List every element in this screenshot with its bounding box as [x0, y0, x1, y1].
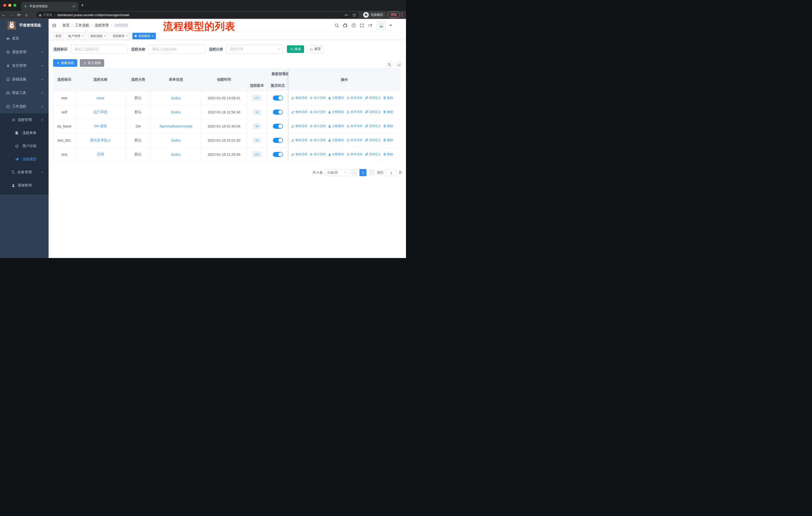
- maximize-window-button[interactable]: [13, 4, 17, 7]
- action-edit-link[interactable]: 修改流程: [291, 138, 307, 142]
- active-toggle[interactable]: [273, 138, 283, 143]
- tag-my-process[interactable]: 我的流程×: [88, 33, 108, 39]
- close-window-button[interactable]: [3, 4, 6, 7]
- help-icon[interactable]: [351, 23, 356, 28]
- create-process-button[interactable]: 新建流程: [53, 59, 77, 67]
- action-definition-link[interactable]: 流程定义: [365, 96, 381, 100]
- breadcrumb-item[interactable]: 首页: [62, 23, 69, 28]
- sidebar-item-system[interactable]: 系统管理: [0, 45, 49, 59]
- action-deploy-link[interactable]: 发布流程: [346, 96, 362, 100]
- form-info-link[interactable]: /bpm/oa/leave/create: [160, 124, 193, 128]
- form-info-link[interactable]: biubiu: [171, 96, 180, 100]
- window-controls[interactable]: [3, 4, 17, 7]
- sidebar-item-home[interactable]: 首页: [0, 32, 49, 45]
- browser-menu-icon[interactable]: [402, 12, 403, 17]
- url-text[interactable]: dashboard.yudao.iocoder.cn/bpm/manager/m…: [57, 13, 341, 17]
- back-icon[interactable]: ←: [0, 12, 7, 17]
- action-delete-link[interactable]: 删除: [383, 110, 393, 114]
- close-icon[interactable]: ×: [82, 34, 84, 37]
- address-bar[interactable]: 不安全 | dashboard.yudao.iocoder.cn/bpm/man…: [36, 11, 359, 18]
- action-edit-link[interactable]: 修改流程: [291, 96, 307, 100]
- tag-tenant[interactable]: 租户管理×: [66, 33, 86, 39]
- process-name-link[interactable]: OA 请假: [94, 124, 107, 129]
- action-design-link[interactable]: 设计流程: [310, 124, 326, 128]
- action-delete-link[interactable]: 删除: [383, 138, 393, 142]
- browser-tab[interactable]: 芋道管理系统 ✕: [21, 2, 79, 11]
- next-page-button[interactable]: ›: [369, 169, 375, 176]
- font-size-icon[interactable]: TT: [368, 23, 373, 28]
- breadcrumb-item[interactable]: 流程管理: [95, 23, 109, 28]
- process-name-link[interactable]: 滔博: [97, 152, 104, 157]
- sidebar-item-devtools[interactable]: 研发工具: [0, 86, 49, 100]
- reload-icon[interactable]: ⟳: [15, 12, 23, 18]
- process-name-input[interactable]: [149, 45, 205, 54]
- active-toggle[interactable]: [273, 124, 283, 129]
- sidebar-item-process-form[interactable]: 流程表单: [0, 127, 49, 140]
- new-tab-button[interactable]: +: [81, 3, 84, 7]
- close-icon[interactable]: ×: [152, 34, 153, 37]
- process-category-select[interactable]: 流程分类: [226, 45, 283, 54]
- current-page-button[interactable]: 1: [359, 169, 367, 176]
- sidebar-item-workflow[interactable]: 工作流程: [0, 100, 49, 113]
- sidebar-item-process-model[interactable]: 流程模型: [0, 153, 49, 166]
- sidebar-item-task-management[interactable]: 任务管理: [0, 166, 49, 179]
- forward-icon[interactable]: →: [7, 12, 15, 17]
- action-delete-link[interactable]: 删除: [383, 96, 393, 100]
- update-button[interactable]: 更新: [388, 11, 400, 18]
- reset-button[interactable]: 重置: [307, 45, 324, 53]
- close-icon[interactable]: ×: [126, 34, 128, 37]
- action-definition-link[interactable]: 流程定义: [365, 110, 381, 114]
- action-definition-link[interactable]: 流程定义: [365, 152, 381, 157]
- action-deploy-link[interactable]: 发布流程: [346, 152, 362, 157]
- sidebar-item-leave-query[interactable]: 请假查询: [0, 179, 49, 192]
- action-design-link[interactable]: 设计流程: [310, 96, 326, 100]
- search-button[interactable]: 搜索: [287, 45, 304, 53]
- action-assign-link[interactable]: 分配规则: [328, 110, 344, 114]
- minimize-window-button[interactable]: [8, 4, 11, 7]
- action-assign-link[interactable]: 分配规则: [328, 138, 344, 142]
- process-name-link[interactable]: 测试多审批人: [90, 138, 111, 143]
- bookmark-star-icon[interactable]: [352, 13, 356, 17]
- action-deploy-link[interactable]: 发布流程: [346, 110, 362, 114]
- page-size-select[interactable]: 10条/页: [325, 169, 349, 176]
- active-toggle[interactable]: [273, 96, 283, 101]
- action-delete-link[interactable]: 删除: [383, 124, 393, 128]
- avatar[interactable]: [377, 21, 386, 30]
- process-name-link[interactable]: 自己审批: [93, 110, 108, 114]
- avatar-caret-icon[interactable]: [389, 25, 392, 26]
- tab-close-icon[interactable]: ✕: [71, 4, 76, 8]
- sidebar-item-process-management[interactable]: 流程管理: [0, 113, 49, 127]
- tag-process-form[interactable]: 流程表单×: [110, 33, 130, 39]
- search-icon[interactable]: [335, 23, 339, 28]
- home-icon[interactable]: ⌂: [23, 12, 30, 17]
- close-icon[interactable]: ×: [104, 34, 106, 37]
- prev-page-button[interactable]: ‹: [351, 169, 357, 176]
- action-edit-link[interactable]: 修改流程: [291, 124, 307, 128]
- action-delete-link[interactable]: 删除: [383, 152, 393, 157]
- action-design-link[interactable]: 设计流程: [310, 138, 326, 142]
- fullscreen-icon[interactable]: [360, 23, 364, 28]
- form-info-link[interactable]: biubiu: [171, 153, 180, 157]
- action-design-link[interactable]: 设计流程: [310, 152, 326, 157]
- action-assign-link[interactable]: 分配规则: [328, 96, 344, 100]
- active-toggle[interactable]: [273, 110, 283, 115]
- action-edit-link[interactable]: 修改流程: [291, 110, 307, 114]
- goto-page-input[interactable]: [386, 169, 397, 176]
- sidebar-item-user-group[interactable]: 用户分组: [0, 140, 49, 153]
- action-definition-link[interactable]: 流程定义: [365, 124, 381, 128]
- process-key-input[interactable]: [71, 45, 127, 54]
- key-icon[interactable]: [344, 13, 349, 17]
- sidebar-fold-icon[interactable]: [52, 23, 56, 28]
- show-search-button[interactable]: [386, 61, 393, 68]
- sidebar-item-infrastructure[interactable]: 基础设施: [0, 73, 49, 86]
- action-edit-link[interactable]: 修改流程: [291, 152, 307, 157]
- sidebar-item-payment[interactable]: ¥ 支付管理: [0, 59, 49, 73]
- process-name-link[interactable]: eeee: [96, 96, 104, 100]
- active-toggle[interactable]: [273, 152, 283, 157]
- tag-process-model[interactable]: 流程模型×: [133, 33, 156, 39]
- security-warning[interactable]: 不安全: [38, 13, 52, 17]
- action-assign-link[interactable]: 分配规则: [328, 152, 344, 157]
- action-definition-link[interactable]: 流程定义: [365, 138, 381, 142]
- form-info-link[interactable]: biubiu: [171, 110, 180, 114]
- github-icon[interactable]: [343, 23, 348, 28]
